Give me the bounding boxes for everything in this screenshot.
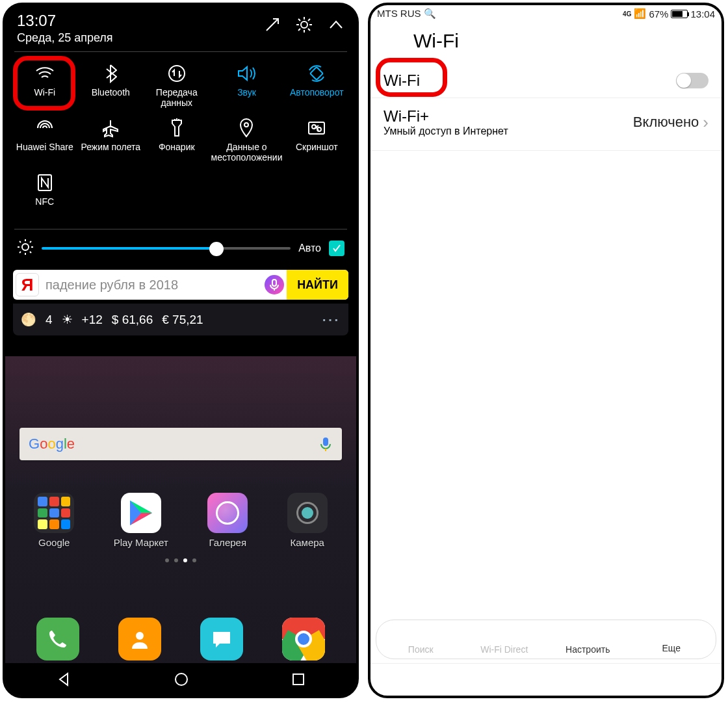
sun-icon: ☀ bbox=[62, 312, 73, 327]
tile-sound[interactable]: Звук bbox=[210, 59, 284, 112]
google-logo: Google bbox=[29, 436, 75, 452]
tile-wifi[interactable]: Wi-Fi bbox=[12, 59, 78, 112]
bluetooth-icon bbox=[104, 62, 117, 85]
svg-rect-13 bbox=[293, 674, 304, 685]
yandex-search[interactable]: Я падение рубля в 2018 НАЙТИ bbox=[13, 270, 348, 300]
refresh-icon bbox=[412, 624, 429, 643]
nav-bar bbox=[5, 663, 356, 696]
bottom-action-tabs: ПоискWi-Fi DirectНастроитьЕще bbox=[376, 620, 716, 659]
carrier: MTS RUS bbox=[377, 8, 421, 19]
tab-more[interactable]: Еще bbox=[630, 624, 714, 655]
day-temp: +12 bbox=[82, 313, 103, 327]
more-icon[interactable]: ⋯ bbox=[321, 309, 341, 330]
dock-messages[interactable] bbox=[200, 618, 243, 660]
tile-screenshot[interactable]: Скриншот bbox=[283, 113, 350, 166]
signal-4g-icon: 4G bbox=[623, 10, 631, 18]
app-google[interactable]: Google bbox=[34, 493, 74, 548]
google-mic-icon[interactable] bbox=[318, 437, 333, 451]
tile-data[interactable]: Передача данных bbox=[144, 59, 210, 112]
nav-back[interactable] bbox=[56, 672, 72, 687]
edit-icon[interactable] bbox=[264, 16, 281, 36]
status-bar: 13:07 Среда, 25 апреля bbox=[5, 5, 356, 47]
wifi-icon bbox=[34, 62, 55, 85]
search-button[interactable]: НАЙТИ bbox=[287, 270, 348, 300]
svg-point-0 bbox=[301, 21, 307, 28]
brightness-slider[interactable] bbox=[42, 247, 291, 250]
weather-bar[interactable]: 🌕 4 ☀ +12 $ 61,66 € 75,21 ⋯ bbox=[13, 304, 348, 335]
tile-rotate[interactable]: Автоповорот bbox=[283, 59, 350, 112]
plane-icon bbox=[101, 117, 120, 139]
mic-icon[interactable] bbox=[265, 275, 284, 294]
wifi-toggle-row[interactable]: Wi-Fi bbox=[370, 64, 722, 98]
app-камера[interactable]: Камера bbox=[287, 493, 328, 548]
dock bbox=[5, 618, 356, 660]
gear-icon bbox=[579, 624, 596, 643]
nav-home[interactable] bbox=[540, 673, 554, 687]
brightness-icon bbox=[17, 239, 34, 258]
tab-refresh[interactable]: Поиск bbox=[379, 624, 463, 655]
clock: 13:04 bbox=[690, 8, 715, 20]
quick-tiles: Wi-FiBluetoothПередача данныхЗвукАвтопов… bbox=[5, 56, 356, 225]
svg-point-15 bbox=[670, 625, 673, 629]
tile-location[interactable]: Данные о местоположении bbox=[210, 113, 284, 166]
wifi-toggle[interactable] bbox=[676, 73, 708, 88]
dock-phone[interactable] bbox=[36, 618, 79, 660]
gear-icon[interactable] bbox=[295, 16, 313, 36]
wifiplus-subtitle: Умный доступ в Интернет bbox=[384, 125, 508, 137]
svg-point-11 bbox=[136, 632, 144, 640]
svg-rect-2 bbox=[310, 67, 323, 80]
dock-chrome[interactable] bbox=[282, 618, 325, 660]
svg-point-8 bbox=[22, 244, 29, 250]
battery-icon bbox=[671, 10, 688, 18]
home-screen: Google GooglePlay МаркетГалереяКамера bbox=[5, 356, 356, 696]
svg-point-17 bbox=[670, 636, 673, 639]
status-bar: MTS RUS 🔍 4G 📶 67% 13:04 bbox=[370, 5, 722, 21]
nav-bar bbox=[370, 663, 722, 696]
auto-brightness-label: Авто bbox=[298, 242, 321, 254]
svg-point-14 bbox=[585, 630, 590, 635]
wifi-plus-row[interactable]: Wi-Fi+ Умный доступ в Интернет Включено … bbox=[370, 98, 722, 151]
tile-nfc[interactable]: NFC bbox=[12, 168, 78, 221]
yandex-logo: Я bbox=[16, 273, 39, 296]
night-temp: 4 bbox=[46, 313, 53, 327]
app-row: GooglePlay МаркетГалереяКамера bbox=[14, 493, 347, 548]
wifiplus-status: Включено bbox=[633, 114, 699, 131]
app-галерея[interactable]: Галерея bbox=[207, 493, 248, 548]
svg-point-16 bbox=[670, 631, 673, 634]
phone-wifi-settings: MTS RUS 🔍 4G 📶 67% 13:04 Wi-Fi Wi-Fi Wi-… bbox=[368, 3, 724, 698]
chevron-up-icon[interactable] bbox=[328, 16, 344, 36]
data-icon bbox=[167, 62, 187, 85]
signal-icon: 📶 bbox=[634, 8, 646, 20]
location-icon bbox=[239, 117, 254, 139]
svg-point-3 bbox=[244, 123, 248, 127]
phone-quicksettings: 13:07 Среда, 25 апреля Wi-FiBluetoothПер… bbox=[3, 3, 359, 698]
tile-share[interactable]: Huawei Share bbox=[12, 113, 78, 166]
rotate-icon bbox=[307, 62, 326, 85]
nav-back[interactable] bbox=[422, 673, 436, 687]
page-title: Wi-Fi bbox=[413, 30, 459, 52]
sound-icon bbox=[237, 62, 256, 85]
tab-gear[interactable]: Настроить bbox=[546, 624, 630, 655]
app-play-маркет[interactable]: Play Маркет bbox=[114, 493, 168, 548]
tile-torch[interactable]: Фонарик bbox=[144, 113, 210, 166]
svg-rect-19 bbox=[658, 675, 669, 685]
auto-brightness-checkbox[interactable] bbox=[329, 241, 344, 256]
svg-rect-10 bbox=[324, 438, 328, 445]
dock-contacts[interactable] bbox=[118, 618, 161, 660]
tab-wifidirect[interactable]: Wi-Fi Direct bbox=[463, 624, 547, 655]
nfc-icon bbox=[36, 172, 54, 194]
eur-rate: € 75,21 bbox=[162, 313, 203, 327]
nav-home[interactable] bbox=[174, 672, 189, 687]
page-indicator bbox=[5, 558, 356, 562]
tile-plane[interactable]: Режим полета bbox=[78, 113, 144, 166]
clock: 13:07 bbox=[17, 12, 113, 30]
back-icon[interactable] bbox=[382, 31, 400, 51]
nav-recent[interactable] bbox=[657, 673, 670, 686]
nav-recent[interactable] bbox=[291, 672, 306, 686]
search-status-icon: 🔍 bbox=[424, 8, 436, 19]
battery-pct: 67% bbox=[649, 8, 668, 20]
tile-bluetooth[interactable]: Bluetooth bbox=[78, 59, 144, 112]
chevron-right-icon: › bbox=[703, 112, 708, 133]
wifiplus-title: Wi-Fi+ bbox=[384, 107, 508, 125]
google-search-widget[interactable]: Google bbox=[20, 428, 342, 460]
